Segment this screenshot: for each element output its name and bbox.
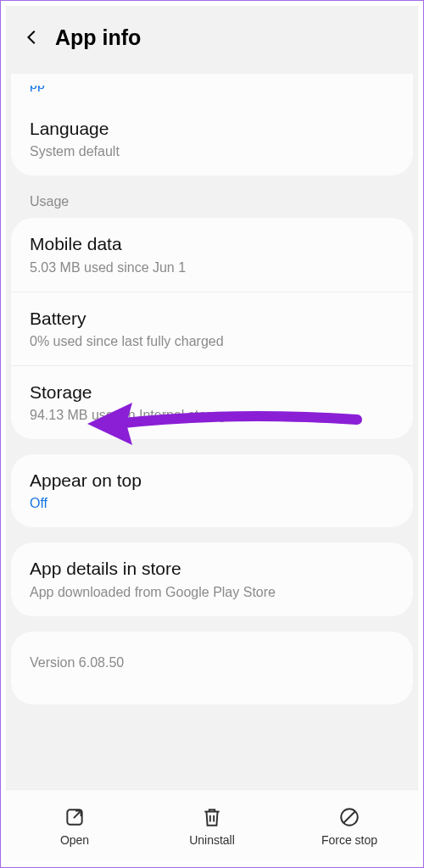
chevron-left-icon (23, 28, 42, 47)
open-icon (64, 806, 86, 828)
row-language[interactable]: Language System default (11, 103, 413, 175)
trash-icon (201, 806, 223, 828)
card-usage-group: Mobile data 5.03 MB used since Jun 1 Bat… (11, 218, 413, 439)
row-sub: Off (30, 495, 394, 512)
row-title: Battery (30, 308, 394, 330)
row-title: App details in store (30, 558, 394, 580)
row-sub: 5.03 MB used since Jun 1 (30, 259, 394, 276)
row-sub: App downloaded from Google Play Store (30, 584, 394, 601)
version-text: Version 6.08.50 (30, 655, 124, 670)
row-version: Version 6.08.50 (11, 632, 413, 704)
stop-icon (338, 806, 360, 828)
content-scroll[interactable]: pp Language System default Usage Mobile … (6, 74, 418, 789)
action-label: Force stop (321, 833, 377, 847)
back-button[interactable] (20, 25, 45, 50)
row-title: Appear on top (30, 470, 394, 492)
section-label-usage: Usage (6, 191, 418, 218)
header: App info (6, 6, 418, 65)
row-battery[interactable]: Battery 0% used since last fully charged (11, 292, 413, 365)
action-force-stop[interactable]: Force stop (281, 790, 418, 862)
card-language-group: pp Language System default (11, 74, 413, 175)
action-label: Open (60, 833, 89, 847)
row-sub: System default (30, 143, 394, 160)
card-app-details: App details in store App downloaded from… (11, 542, 413, 615)
row-sub: 94.13 MB used in Internal storage (30, 407, 394, 424)
row-title: Language (30, 118, 394, 140)
row-storage[interactable]: Storage 94.13 MB used in Internal storag… (11, 365, 413, 439)
row-app-details[interactable]: App details in store App downloaded from… (11, 542, 413, 615)
row-sub: 0% used since last fully charged (30, 333, 394, 350)
clipped-row-peek: pp (11, 86, 413, 97)
action-open[interactable]: Open (6, 790, 143, 862)
action-label: Uninstall (189, 833, 235, 847)
bottom-action-bar: Open Uninstall Force stop (6, 789, 418, 862)
page-title: App info (55, 25, 141, 50)
row-mobile-data[interactable]: Mobile data 5.03 MB used since Jun 1 (11, 218, 413, 291)
card-appear-on-top: Appear on top Off (11, 454, 413, 527)
row-appear-on-top[interactable]: Appear on top Off (11, 454, 413, 527)
row-title: Storage (30, 381, 394, 403)
action-uninstall[interactable]: Uninstall (143, 790, 281, 862)
row-title: Mobile data (30, 233, 394, 255)
svg-line-3 (344, 811, 355, 822)
